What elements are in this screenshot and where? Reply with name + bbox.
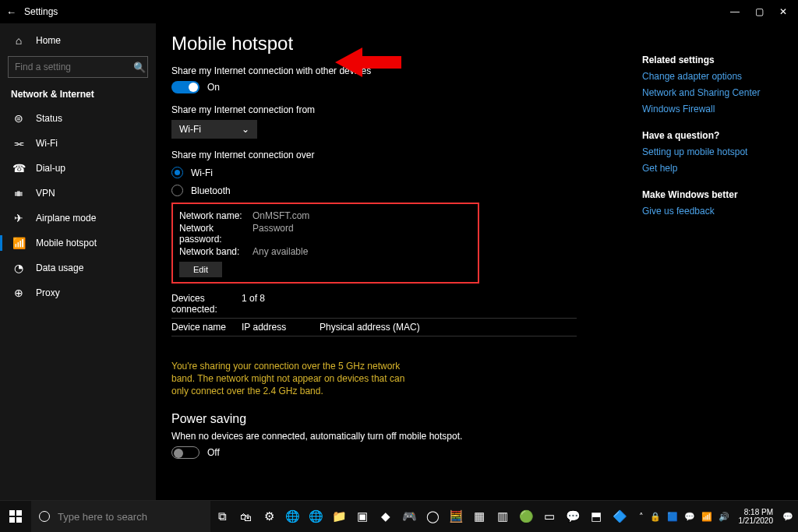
- close-button[interactable]: ✕: [779, 6, 787, 17]
- tray-wifi-icon[interactable]: 📶: [701, 512, 712, 522]
- taskbar: Type here to search ⧉ 🛍 ⚙ 🌐 🌐 📁 ▣ ◆ 🎮 ◯ …: [0, 500, 798, 532]
- cortana-icon[interactable]: ◯: [421, 501, 444, 533]
- app-icon[interactable]: 🟢: [514, 501, 538, 533]
- taskview-icon[interactable]: ⧉: [210, 501, 234, 533]
- radio-icon: [171, 167, 183, 178]
- link-feedback[interactable]: Give us feedback: [642, 206, 767, 217]
- app-icon[interactable]: ⬒: [584, 501, 608, 533]
- home-icon: ⌂: [11, 34, 26, 47]
- edge-dev-icon[interactable]: 🌐: [304, 501, 327, 533]
- edge-icon[interactable]: 🌐: [281, 501, 304, 533]
- search-input[interactable]: [13, 61, 133, 73]
- tray-icon[interactable]: 💬: [684, 512, 695, 522]
- band-warning: You're sharing your connection over the …: [171, 360, 413, 398]
- taskbar-search[interactable]: Type here to search: [31, 501, 210, 533]
- system-tray: ˄ 🔒 🟦 💬 📶 🔊 8:18 PM 1/21/2020 💬: [639, 508, 799, 526]
- network-pass-value: Password: [252, 223, 294, 245]
- datausage-icon: ◔: [11, 262, 26, 274]
- network-band-value: Any available: [252, 246, 308, 257]
- home-label: Home: [36, 35, 61, 46]
- app-icon[interactable]: ▭: [538, 501, 561, 533]
- right-sidebar: Related settings Change adapter options …: [642, 31, 767, 492]
- sidebar-item-datausage[interactable]: ◔ Data usage: [0, 255, 156, 280]
- start-button[interactable]: [0, 501, 31, 533]
- clock-date: 1/21/2020: [739, 516, 774, 526]
- tray-icon[interactable]: 🟦: [667, 512, 678, 522]
- sidebar-item-label: Data usage: [36, 262, 83, 273]
- edit-button[interactable]: Edit: [179, 262, 222, 277]
- power-saving-toggle[interactable]: [171, 446, 200, 459]
- search-icon: 🔍: [133, 62, 146, 73]
- vpn-icon: ⩨: [11, 187, 26, 199]
- tray-volume-icon[interactable]: 🔊: [719, 512, 729, 522]
- radio-icon: [171, 185, 183, 196]
- dialup-icon: ☎: [11, 162, 26, 174]
- tray-icon[interactable]: 🔒: [650, 512, 661, 522]
- link-adapter-options[interactable]: Change adapter options: [642, 71, 767, 82]
- taskbar-clock[interactable]: 8:18 PM 1/21/2020: [736, 508, 777, 526]
- search-circle-icon: [39, 511, 50, 522]
- dropdown-value: Wi-Fi: [179, 124, 201, 135]
- app-icon[interactable]: 🔷: [608, 501, 631, 533]
- action-center-icon[interactable]: 💬: [782, 512, 793, 522]
- share-connection-label: Share my Internet connection with other …: [171, 65, 577, 76]
- radio-bluetooth[interactable]: Bluetooth: [171, 185, 577, 196]
- sidebar-item-status[interactable]: ⊜ Status: [0, 106, 156, 131]
- power-saving-heading: Power saving: [171, 412, 577, 426]
- main-content: Mobile hotspot Share my Internet connect…: [156, 23, 798, 500]
- maximize-button[interactable]: ▢: [755, 6, 764, 17]
- sidebar-item-dialup[interactable]: ☎ Dial-up: [0, 156, 156, 181]
- network-name-label: Network name:: [179, 210, 252, 221]
- sidebar-item-label: Status: [36, 113, 62, 124]
- settings-search[interactable]: 🔍: [8, 56, 148, 78]
- app-icon[interactable]: ▦: [468, 501, 491, 533]
- explorer-icon[interactable]: 📁: [327, 501, 351, 533]
- svg-rect-2: [16, 510, 22, 516]
- network-name-value: OnMSFT.com: [252, 210, 309, 221]
- network-info-highlight: Network name:OnMSFT.com Network password…: [171, 203, 479, 284]
- windows-icon: [9, 510, 22, 523]
- devices-connected-value: 1 of 8: [242, 293, 320, 315]
- link-sharing-center[interactable]: Network and Sharing Center: [642, 87, 767, 98]
- chevron-down-icon: ⌄: [242, 124, 249, 135]
- tray-chevron-icon[interactable]: ˄: [639, 512, 644, 522]
- link-setting-up-hotspot[interactable]: Setting up mobile hotspot: [642, 146, 767, 157]
- calculator-icon[interactable]: 🧮: [444, 501, 468, 533]
- app-icon[interactable]: ◆: [374, 501, 397, 533]
- share-over-label: Share my Internet connection over: [171, 150, 577, 160]
- app-icon[interactable]: ▥: [491, 501, 514, 533]
- store-icon[interactable]: 🛍: [234, 501, 257, 533]
- power-saving-state: Off: [207, 447, 220, 458]
- link-firewall[interactable]: Windows Firewall: [642, 104, 767, 115]
- taskbar-apps: ⧉ 🛍 ⚙ 🌐 🌐 📁 ▣ ◆ 🎮 ◯ 🧮 ▦ ▥ 🟢 ▭ 💬 ⬒ 🔷: [210, 501, 631, 533]
- share-from-dropdown[interactable]: Wi-Fi ⌄: [171, 120, 257, 139]
- back-button[interactable]: ←: [6, 6, 16, 18]
- sidebar-item-label: Proxy: [36, 287, 60, 298]
- sidebar-item-airplane[interactable]: ✈ Airplane mode: [0, 206, 156, 231]
- share-toggle[interactable]: [171, 81, 200, 93]
- home-button[interactable]: ⌂ Home: [0, 28, 156, 53]
- sidebar: ⌂ Home 🔍 Network & Internet ⊜ Status ⫘ W…: [0, 23, 156, 500]
- related-heading: Related settings: [642, 55, 767, 65]
- status-icon: ⊜: [11, 112, 26, 125]
- xbox-icon[interactable]: 🎮: [397, 501, 421, 533]
- network-pass-label: Network password:: [179, 223, 252, 245]
- app-icon[interactable]: 💬: [561, 501, 584, 533]
- power-saving-label: When no devices are connected, automatic…: [171, 431, 577, 442]
- radio-wifi[interactable]: Wi-Fi: [171, 167, 577, 178]
- window-controls: — ▢ ✕: [730, 6, 792, 17]
- airplane-icon: ✈: [11, 212, 26, 224]
- minimize-button[interactable]: —: [730, 6, 740, 17]
- sidebar-item-label: Dial-up: [36, 163, 65, 174]
- sidebar-item-proxy[interactable]: ⊕ Proxy: [0, 280, 156, 305]
- settings-icon[interactable]: ⚙: [257, 501, 281, 533]
- link-get-help[interactable]: Get help: [642, 163, 767, 174]
- sidebar-item-label: VPN: [36, 188, 55, 199]
- sidebar-item-hotspot[interactable]: 📶 Mobile hotspot: [0, 231, 156, 255]
- terminal-icon[interactable]: ▣: [351, 501, 374, 533]
- devices-col-name: Device name: [171, 322, 242, 333]
- sidebar-item-vpn[interactable]: ⩨ VPN: [0, 181, 156, 206]
- sidebar-item-wifi[interactable]: ⫘ Wi-Fi: [0, 131, 156, 156]
- improve-heading: Make Windows better: [642, 189, 767, 200]
- taskbar-search-placeholder: Type here to search: [58, 511, 147, 523]
